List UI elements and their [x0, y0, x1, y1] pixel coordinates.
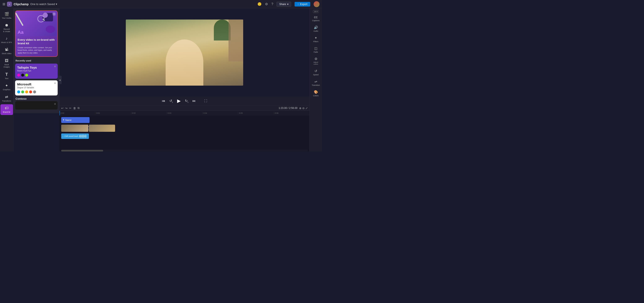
- export-icon: ↑: [298, 3, 299, 6]
- transition-icon: ⇌: [314, 80, 317, 84]
- delete-button[interactable]: 🗑: [73, 107, 76, 110]
- sidebar-item-stock-images[interactable]: 🖼 Stock images: [0, 57, 13, 70]
- right-item-label: Transition: [312, 84, 320, 86]
- redo-button[interactable]: ↪: [65, 107, 68, 110]
- right-item-fade[interactable]: ◫ Fade: [310, 45, 322, 55]
- text-clip-name[interactable]: T Name: [61, 117, 90, 123]
- featured-card-image: Aa ↖: [16, 11, 57, 36]
- colors-icon: 🎨: [314, 90, 318, 94]
- pencil-icon: [16, 13, 24, 26]
- sidebar-item-graphics[interactable]: ✦ Graphics: [0, 82, 13, 93]
- right-item-label: Captions: [312, 20, 320, 22]
- sidebar-item-your-media[interactable]: 🎬 Your media: [0, 10, 13, 21]
- brand-card-tailspin[interactable]: ⚙ Tailspin Toys Reem Kufi Fun: [15, 64, 58, 79]
- color-swatch: [21, 74, 24, 77]
- timeline-scroll-thumb[interactable]: [61, 150, 103, 152]
- fullscreen-button[interactable]: ⛶: [204, 99, 207, 103]
- video-track-content: ✂: [60, 124, 310, 132]
- video-clip-1[interactable]: [61, 125, 88, 132]
- sidebar-icons: 🎬 Your media ⏺ Record& create ♪ Music & …: [0, 9, 14, 152]
- close-icon[interactable]: ✕: [52, 12, 56, 16]
- sidebar-item-label: Record& create: [3, 28, 10, 33]
- emoji-button[interactable]: 🙂: [258, 2, 262, 6]
- featured-card-description: Create consistent video content. Set you…: [18, 46, 55, 54]
- brand-kit-featured-card[interactable]: Aa ↖ ✕ Every video is on-brand with bran…: [15, 11, 58, 57]
- sidebar-item-music-sfx[interactable]: ♪ Music & SFX: [0, 35, 13, 45]
- grid-menu-button[interactable]: ⊞: [2, 2, 5, 6]
- sidebar-item-text[interactable]: T Text: [0, 70, 13, 81]
- right-item-label: Colors: [313, 95, 318, 97]
- brand-card-microsoft[interactable]: ⚙ Microsoft Segoe UI Variable: [15, 80, 58, 96]
- text-clip-icon: T: [63, 119, 64, 121]
- right-item-label: Adjustcolors: [314, 62, 318, 65]
- brand-settings-icon[interactable]: ⚙: [54, 82, 56, 84]
- video-track: ✂: [60, 124, 310, 132]
- dropdown-chevron-icon[interactable]: ▾: [56, 3, 57, 6]
- text-track: T Name: [60, 116, 310, 124]
- right-item-speed[interactable]: ↺ Speed: [310, 67, 322, 77]
- forward-5-button[interactable]: ↻5: [185, 99, 188, 103]
- cursor-icon: ↖: [42, 17, 46, 22]
- collapse-panel-button[interactable]: ◀: [58, 76, 62, 84]
- settings-button[interactable]: ⚙: [265, 2, 268, 6]
- sidebar-item-transitions[interactable]: ⇌ Transitions: [0, 93, 13, 104]
- sidebar-item-label: Your media: [2, 17, 11, 19]
- skip-forward-button[interactable]: ⏭: [192, 99, 196, 103]
- palette-icon: [46, 26, 55, 33]
- sidebar-item-label: Stock images: [1, 64, 12, 68]
- color-swatch: [25, 90, 28, 93]
- copy-button[interactable]: ⧉: [78, 106, 80, 110]
- captions-icon: CC: [314, 16, 318, 19]
- contoso-section-label: Contoso: [16, 97, 58, 100]
- right-item-colors[interactable]: 🎨 Colors: [310, 88, 322, 98]
- zoom-out-button[interactable]: ⊖: [302, 107, 304, 110]
- sidebar-item-stock-video[interactable]: 📽 Stock video: [0, 46, 13, 57]
- brand-colors-microsoft: [17, 90, 56, 93]
- ruler-marks: 0:00 0:01 0:02 0:03 0:04 0:05 0:06: [60, 112, 310, 114]
- stock-video-icon: 📽: [5, 48, 8, 52]
- video-thumbnail: [126, 20, 243, 86]
- timeline-scrollbar[interactable]: [61, 150, 308, 152]
- zoom-in-button[interactable]: ⊕: [299, 107, 302, 110]
- adjust-colors-icon: ⚙: [314, 57, 318, 61]
- brand-settings-icon[interactable]: ⚙: [54, 65, 56, 68]
- right-item-audio[interactable]: 🔊 Audio: [310, 24, 322, 34]
- brand-settings-icon[interactable]: ⚙: [54, 103, 56, 105]
- color-swatch: [17, 74, 20, 77]
- brand-card-contoso[interactable]: ⚙: [15, 101, 58, 110]
- right-item-filters[interactable]: ✦ Filters: [310, 34, 322, 44]
- fit-timeline-button[interactable]: ⤢: [306, 107, 308, 110]
- right-item-captions[interactable]: CC Captions: [310, 14, 322, 23]
- fade-icon: ◫: [314, 46, 318, 50]
- right-item-label: Speed: [313, 74, 318, 76]
- cut-button[interactable]: ✂: [69, 107, 72, 110]
- playhead[interactable]: [60, 111, 60, 115]
- skip-back-button[interactable]: ⏮: [162, 99, 165, 103]
- brand-name-microsoft: Microsoft: [17, 83, 56, 86]
- ruler-mark-4: 0:04: [202, 112, 238, 114]
- play-pause-button[interactable]: ▶: [177, 98, 181, 104]
- right-item-adjust-colors[interactable]: ⚙ Adjustcolors: [310, 55, 322, 67]
- color-swatch: [29, 90, 32, 93]
- undo-button[interactable]: ↩: [61, 107, 64, 110]
- avatar[interactable]: [314, 1, 320, 7]
- sidebar-item-label: Graphics: [3, 89, 10, 91]
- timeline-ruler: 0:00 0:01 0:02 0:03 0:04 0:05 0:06: [60, 111, 310, 115]
- sidebar-item-brand-kit[interactable]: 🏷 Brand kit: [0, 104, 13, 115]
- export-button[interactable]: ↑ Export: [294, 2, 310, 7]
- record-create-icon: ⏺: [5, 23, 8, 28]
- share-button[interactable]: Share ▾: [276, 2, 291, 7]
- video-clip-1-thumbnail: [61, 125, 88, 132]
- help-button[interactable]: ?: [271, 2, 273, 6]
- sidebar-item-record-create[interactable]: ⏺ Record& create: [0, 22, 13, 35]
- text-clip-label: Name: [66, 119, 72, 121]
- sidebar-item-label: Transitions: [2, 100, 11, 102]
- main-area: 🎬 Your media ⏺ Record& create ♪ Music & …: [0, 9, 322, 152]
- audio-track: ♪ Chill sound track: [60, 133, 310, 140]
- video-clip-2[interactable]: [89, 125, 115, 132]
- sidebar-item-label: Brand kit: [3, 111, 10, 113]
- right-item-transition[interactable]: ⇌ Transition: [310, 78, 322, 88]
- rewind-5-button[interactable]: ↺5: [170, 99, 173, 103]
- aspect-ratio-badge[interactable]: 16:9: [313, 10, 319, 13]
- audio-clip-chill[interactable]: ♪ Chill sound track: [61, 133, 89, 139]
